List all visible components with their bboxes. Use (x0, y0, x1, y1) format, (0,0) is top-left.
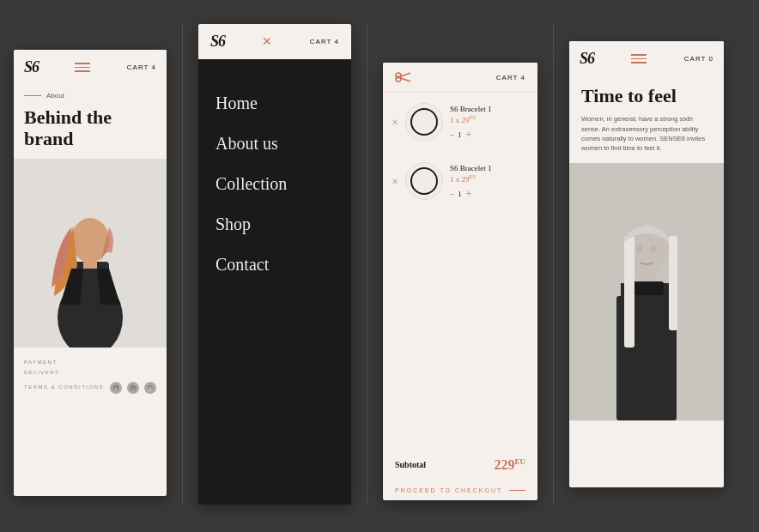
remove-item-1[interactable]: ✕ (392, 118, 398, 127)
nav-item-home[interactable]: Home (216, 85, 334, 122)
navigation-menu: Home About us Collection Shop Contact (198, 59, 351, 309)
about-hero-title: Behind the brand (14, 101, 167, 159)
instagram-icon[interactable]: @ (144, 382, 156, 394)
payment-link[interactable]: PAYMENT (24, 360, 156, 365)
about-hero-image (14, 159, 167, 348)
qty-increase-1[interactable]: + (466, 130, 472, 140)
landing-hero-desc: Women, in general, have a strong sixth s… (569, 114, 724, 163)
logo-about: S6 (24, 58, 39, 76)
cart-item-1-name: S6 Bracelet 1 (450, 105, 529, 113)
cart-item-2-image (405, 162, 443, 200)
logo-landing: S6 (580, 50, 594, 68)
subtotal-section: Subtotal 229EU (383, 444, 537, 480)
nav-item-shop[interactable]: Shop (216, 206, 334, 243)
about-line-icon (24, 95, 41, 96)
svg-point-11 (396, 76, 401, 82)
qty-decrease-2[interactable]: - (450, 189, 453, 199)
breadcrumb-about: About (14, 85, 167, 101)
cart-label-nav[interactable]: CART 4 (310, 38, 339, 45)
qty-value-1: 1 (458, 130, 462, 139)
landing-hero-title: Time to feel (569, 76, 724, 114)
pinterest-icon[interactable]: P (110, 382, 122, 394)
subtotal-amount: 229EU (494, 457, 525, 473)
svg-text:P: P (115, 386, 118, 390)
subtotal-label: Subtotal (395, 460, 426, 469)
svg-rect-19 (624, 236, 635, 348)
cart-label-landing[interactable]: CART 0 (684, 55, 713, 63)
cart-label-about[interactable]: CART 4 (127, 63, 156, 71)
about-text: About (46, 92, 64, 100)
cart-item-2-price: 1 x 29EU (450, 174, 529, 184)
hamburger-menu-about[interactable] (75, 63, 90, 72)
svg-point-21 (637, 245, 642, 252)
cart-item-1-price: 1 x 29EU (450, 115, 529, 124)
svg-text:@: @ (148, 385, 153, 390)
nav-item-about[interactable]: About us (216, 125, 334, 162)
nav-item-collection[interactable]: Collection (216, 166, 334, 203)
close-menu-icon[interactable]: ✕ (262, 34, 272, 49)
cart-item-2: ✕ S6 Bracelet 1 1 x 29EU - 1 + (383, 152, 537, 211)
cart-item-2-name: S6 Bracelet 1 (450, 164, 529, 172)
checkout-button[interactable]: PROCEED TO CHECKOUT (383, 480, 537, 500)
header-landing: S6 CART 0 (569, 41, 724, 76)
screen-cart: CART 4 ✕ S6 Bracelet 1 1 x 29EU - 1 + (383, 63, 537, 500)
divider-3 (553, 24, 554, 505)
facebook-icon[interactable]: f (127, 382, 139, 394)
remove-item-2[interactable]: ✕ (392, 177, 398, 186)
cart-item-1-info: S6 Bracelet 1 1 x 29EU - 1 + (450, 105, 529, 140)
bracelet-icon-1 (410, 108, 438, 136)
divider-2 (367, 24, 367, 505)
screen-nav: S6 ✕ CART 4 Home About us Collection Sho… (198, 24, 351, 505)
screens-container: S6 CART 4 About Behind the brand (0, 0, 759, 532)
cart-item-2-info: S6 Bracelet 1 1 x 29EU - 1 + (450, 164, 529, 199)
svg-rect-20 (669, 236, 677, 330)
cart-item-1: ✕ S6 Bracelet 1 1 x 29EU - 1 + (383, 93, 537, 152)
logo-nav: S6 (210, 33, 225, 51)
screen-landing: S6 CART 0 Time to feel Women, in general… (569, 41, 724, 487)
qty-value-2: 1 (458, 190, 462, 198)
cart-inner: CART 4 ✕ S6 Bracelet 1 1 x 29EU - 1 + (383, 63, 537, 500)
scissors-icon (395, 71, 412, 83)
divider-1 (182, 24, 183, 505)
svg-line-12 (401, 73, 410, 76)
landing-hero-image (569, 163, 724, 420)
terms-link[interactable]: TERMS & CONDITIONS (24, 384, 104, 390)
svg-line-13 (401, 78, 410, 82)
delivery-link[interactable]: DELIVERY (24, 370, 156, 375)
header-cart: CART 4 (383, 63, 537, 93)
cart-label-cart[interactable]: CART 4 (496, 74, 525, 82)
woman-figure-icon (586, 180, 707, 420)
cart-item-1-image (405, 103, 443, 141)
header-about: S6 CART 4 (14, 50, 167, 85)
woman-silhouette-icon (39, 167, 142, 348)
footer-links-about: PAYMENT DELIVERY TERMS & CONDITIONS P f … (14, 348, 167, 402)
header-nav: S6 ✕ CART 4 (198, 24, 351, 59)
qty-increase-2[interactable]: + (466, 189, 472, 199)
qty-decrease-1[interactable]: - (450, 130, 453, 140)
svg-point-22 (651, 245, 656, 252)
hamburger-menu-landing[interactable] (631, 54, 647, 63)
qty-control-1: - 1 + (450, 130, 529, 140)
bracelet-icon-2 (410, 167, 438, 195)
checkout-label: PROCEED TO CHECKOUT (395, 487, 502, 493)
checkout-line-icon (509, 490, 525, 491)
nav-item-contact[interactable]: Contact (216, 246, 334, 283)
screen-about: S6 CART 4 About Behind the brand (14, 50, 167, 496)
social-links: P f @ (110, 382, 156, 394)
qty-control-2: - 1 + (450, 189, 529, 199)
